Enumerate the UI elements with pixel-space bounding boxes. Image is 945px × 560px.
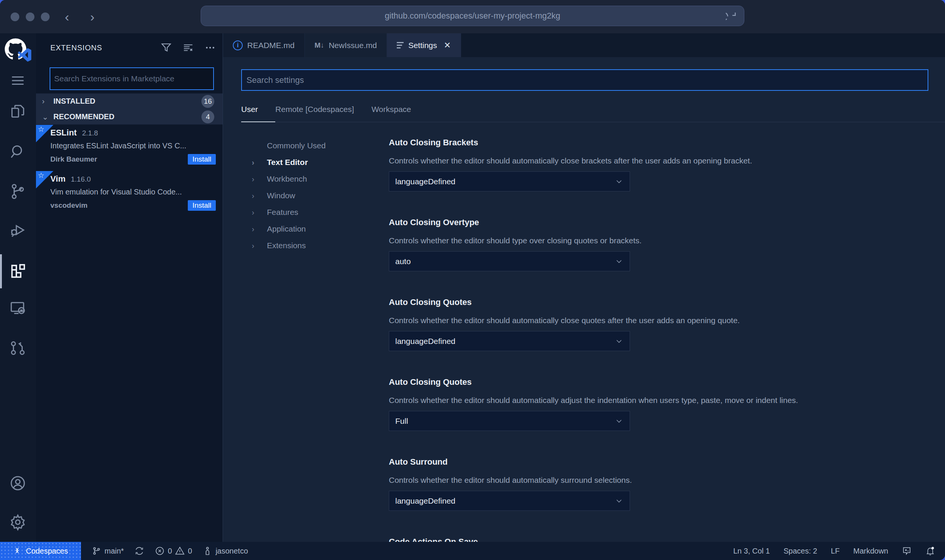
dropdown-value: languageDefined [395, 337, 455, 346]
setting-dropdown[interactable]: Full [389, 411, 630, 431]
chevron-down-icon [614, 177, 624, 186]
scope-tab-user[interactable]: User [241, 105, 258, 114]
setting-auto-closing-overtype: Auto Closing Overtype Controls whether t… [389, 217, 945, 271]
settings-list-icon [397, 42, 404, 48]
feedback-button[interactable] [902, 546, 912, 556]
git-branch-icon [92, 546, 101, 556]
toc-window[interactable]: ›Window [241, 187, 389, 204]
setting-title: Auto Closing Quotes [389, 377, 945, 387]
toc-commonly-used[interactable]: Commonly Used [241, 137, 389, 154]
extension-item-vim[interactable]: ☆ Vim 1.16.0 Vim emulation for Visual St… [36, 171, 223, 217]
explorer-icon[interactable] [9, 103, 27, 120]
chevron-right-icon: › [252, 208, 254, 217]
window-controls[interactable] [11, 12, 50, 21]
setting-auto-closing-brackets: Auto Closing Brackets Controls whether t… [389, 137, 945, 191]
chevron-down-icon [614, 257, 624, 266]
browser-forward-button[interactable]: › [84, 8, 101, 25]
toc-workbench[interactable]: ›Workbench [241, 171, 389, 187]
address-bar[interactable]: github.com/codespaces/user-my-project-mg… [201, 6, 744, 26]
user-indicator[interactable]: jasonetco [203, 546, 248, 556]
tab-settings[interactable]: Settings ✕ [387, 33, 461, 57]
active-scope-underline [241, 121, 275, 122]
setting-dropdown[interactable]: languageDefined [389, 491, 630, 511]
extension-name: Vim [50, 174, 65, 184]
section-label: INSTALLED [53, 97, 95, 106]
url-text: github.com/codespaces/user-my-project-mg… [385, 11, 560, 21]
setting-description: Controls whether the editor should type … [389, 235, 945, 246]
chevron-down-icon [614, 337, 624, 346]
toc-features[interactable]: ›Features [241, 204, 389, 221]
toc-text-editor[interactable]: ›Text Editor [241, 154, 389, 171]
window-zoom-button[interactable] [41, 12, 50, 21]
account-icon[interactable] [9, 474, 27, 492]
scope-divider-line [241, 122, 945, 122]
problems-indicator[interactable]: 0 0 [155, 546, 192, 556]
activity-bar [0, 33, 36, 542]
sync-button[interactable] [134, 546, 144, 556]
run-debug-icon[interactable] [9, 221, 27, 239]
remote-explorer-icon[interactable] [9, 300, 27, 317]
cursor-position[interactable]: Ln 3, Col 1 [733, 547, 770, 555]
active-view-indicator [0, 254, 2, 288]
github-codespaces-logo-icon [3, 37, 32, 66]
eol-indicator[interactable]: LF [831, 547, 839, 555]
scope-tab-remote[interactable]: Remote [Codespaces] [275, 105, 354, 114]
warning-count: 0 [188, 547, 192, 555]
dropdown-value: Full [395, 417, 408, 426]
browser-back-button[interactable]: ‹ [59, 8, 75, 25]
tab-label: README.md [247, 41, 295, 50]
settings-search-input[interactable] [241, 69, 928, 91]
clear-extension-search-icon[interactable] [182, 42, 194, 53]
toc-application[interactable]: ›Application [241, 221, 389, 237]
close-icon[interactable]: ✕ [444, 40, 451, 50]
chevron-right-icon: › [252, 158, 254, 167]
toc-extensions[interactable]: ›Extensions [241, 237, 389, 254]
pull-request-icon[interactable] [9, 339, 27, 357]
language-mode[interactable]: Markdown [853, 547, 888, 555]
window-minimize-button[interactable] [26, 12, 34, 21]
error-count: 0 [168, 547, 172, 555]
setting-description: Controls whether the editor should autom… [389, 156, 945, 166]
error-icon [155, 546, 165, 556]
markdown-icon: M↓ [315, 41, 324, 50]
codespaces-remote-button[interactable]: Codespaces [0, 542, 81, 560]
menu-icon[interactable] [9, 72, 27, 89]
install-button[interactable]: Install [188, 200, 216, 211]
star-icon: ☆ [38, 171, 44, 180]
extensions-icon[interactable] [9, 263, 27, 280]
dropdown-value: auto [395, 257, 411, 266]
branch-indicator[interactable]: main* [92, 546, 124, 556]
settings-toc: Commonly Used ›Text Editor ›Workbench ›W… [223, 135, 389, 542]
extension-item-eslint[interactable]: ☆ ESLint 2.1.8 Integrates ESLint JavaScr… [36, 125, 223, 171]
extensions-sidebar: EXTENSIONS › INSTALLED 16 ⌄ RECOMMENDED … [36, 33, 223, 542]
section-installed[interactable]: › INSTALLED 16 [36, 93, 223, 109]
setting-dropdown[interactable]: languageDefined [389, 331, 630, 351]
window-close-button[interactable] [11, 12, 19, 21]
setting-title: Auto Closing Brackets [389, 137, 945, 148]
setting-dropdown[interactable]: languageDefined [389, 171, 630, 191]
feedback-icon [902, 546, 912, 556]
setting-dropdown[interactable]: auto [389, 251, 630, 271]
remote-indicator-icon [13, 546, 22, 555]
install-button[interactable]: Install [188, 154, 216, 165]
search-icon[interactable] [9, 143, 27, 160]
sync-icon [134, 546, 144, 556]
scope-tab-workspace[interactable]: Workspace [371, 105, 411, 114]
more-actions-icon[interactable] [204, 42, 216, 53]
chevron-down-icon [614, 496, 624, 506]
branch-name: main* [104, 547, 124, 555]
extension-version: 1.16.0 [71, 175, 91, 184]
notifications-button[interactable] [925, 546, 935, 556]
tab-newissue[interactable]: M↓ NewIssue.md [305, 33, 387, 57]
extensions-search-input[interactable] [50, 67, 214, 90]
section-recommended[interactable]: ⌄ RECOMMENDED 4 [36, 109, 223, 124]
tab-readme[interactable]: i README.md [223, 33, 305, 57]
indentation-indicator[interactable]: Spaces: 2 [783, 547, 817, 555]
chevron-down-icon [614, 417, 624, 426]
source-control-icon[interactable] [9, 183, 27, 200]
settings-gear-icon[interactable] [9, 513, 27, 531]
filter-icon[interactable] [161, 42, 172, 53]
extension-description: Integrates ESLint JavaScript into VS C..… [50, 142, 216, 150]
reload-icon[interactable] [726, 10, 737, 22]
chevron-right-icon: › [252, 175, 254, 184]
